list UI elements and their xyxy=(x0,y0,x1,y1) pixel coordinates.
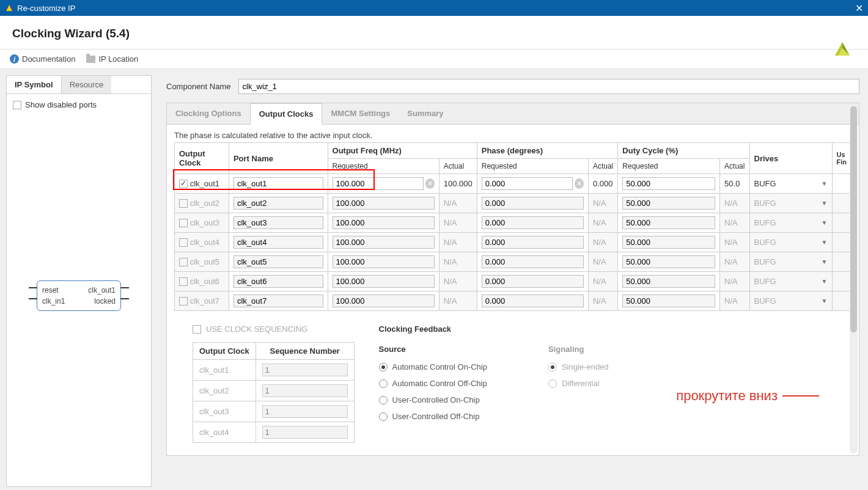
seq-row: clk_out2 xyxy=(193,381,355,401)
tab-resource[interactable]: Resource xyxy=(62,76,112,93)
use-clock-sequencing-checkbox[interactable]: USE CLOCK SEQUENCING xyxy=(193,324,355,334)
port-locked: locked xyxy=(94,296,116,307)
freq-actual: N/A xyxy=(439,272,477,291)
enable-checkbox[interactable] xyxy=(179,238,188,247)
col-freq: Output Freq (MHz) xyxy=(328,143,477,159)
seq-clock-name: clk_out3 xyxy=(193,401,256,422)
clock-name: clk_out1 xyxy=(190,179,219,188)
toolbar: i Documentation IP Location xyxy=(0,49,868,69)
duty-requested-input[interactable] xyxy=(622,236,715,249)
drives-select[interactable]: BUFG▼ xyxy=(754,257,828,266)
scrollbar[interactable] xyxy=(850,105,858,453)
tab-clocking-options[interactable]: Clocking Options xyxy=(167,103,250,124)
show-disabled-ports-checkbox[interactable]: Show disabled ports xyxy=(13,100,145,109)
duty-requested-input[interactable] xyxy=(622,177,715,190)
ip-location-link[interactable]: IP Location xyxy=(86,54,138,64)
freq-requested-input[interactable] xyxy=(333,216,435,229)
enable-checkbox[interactable] xyxy=(179,297,188,305)
enable-checkbox[interactable] xyxy=(179,199,188,208)
radio-label: Automatic Control On-Chip xyxy=(392,362,487,371)
phase-requested-input[interactable] xyxy=(482,197,584,210)
enable-checkbox[interactable] xyxy=(179,277,188,286)
freq-requested-input[interactable] xyxy=(333,236,435,249)
port-clkout1: clk_out1 xyxy=(88,285,116,296)
freq-requested-input[interactable] xyxy=(333,294,435,307)
freq-requested-input[interactable] xyxy=(333,177,424,190)
drives-select[interactable]: BUFG▼ xyxy=(754,277,828,286)
port-name-input[interactable] xyxy=(234,294,323,307)
clock-name: clk_out4 xyxy=(190,238,219,247)
col-duty-act: Actual xyxy=(720,159,749,174)
output-clocks-table: Output Clock Port Name Output Freq (MHz)… xyxy=(174,142,851,311)
component-name-label: Component Name xyxy=(166,82,231,91)
port-reset: reset xyxy=(42,285,59,296)
tab-summary[interactable]: Summary xyxy=(399,103,452,124)
port-name-input[interactable] xyxy=(234,275,323,288)
clock-name: clk_out3 xyxy=(190,218,219,227)
freq-requested-input[interactable] xyxy=(333,197,435,210)
documentation-link[interactable]: i Documentation xyxy=(10,54,75,64)
enable-checkbox[interactable] xyxy=(179,258,188,266)
duty-requested-input[interactable] xyxy=(622,216,715,229)
folder-icon xyxy=(86,56,95,63)
drives-select[interactable]: BUFG▼ xyxy=(754,218,828,227)
drives-select[interactable]: BUFG▼ xyxy=(754,199,828,208)
drives-select[interactable]: BUFG▼ xyxy=(754,179,828,188)
clock-name: clk_out2 xyxy=(190,199,219,208)
table-row: clk_out2N/AN/AN/ABUFG▼ xyxy=(175,194,851,213)
radio-icon xyxy=(379,379,388,388)
source-radio[interactable]: User-Controlled Off-Chip xyxy=(379,412,487,421)
port-name-input[interactable] xyxy=(234,255,323,268)
col-port-name: Port Name xyxy=(229,143,328,174)
port-name-input[interactable] xyxy=(234,216,323,229)
freq-requested-input[interactable] xyxy=(333,275,435,288)
source-radio[interactable]: User-Controlled On-Chip xyxy=(379,395,487,404)
phase-requested-input[interactable] xyxy=(482,275,584,288)
clocking-feedback-title: Clocking Feedback xyxy=(379,324,844,334)
freq-actual: N/A xyxy=(439,233,477,252)
duty-requested-input[interactable] xyxy=(622,294,715,307)
clear-icon[interactable]: ✕ xyxy=(425,178,435,189)
port-name-input[interactable] xyxy=(234,236,323,249)
drives-select[interactable]: BUFG▼ xyxy=(754,296,828,305)
tab-ip-symbol[interactable]: IP Symbol xyxy=(7,76,62,93)
seq-row: clk_out4 xyxy=(193,422,355,443)
feedback-signaling-heading: Signaling xyxy=(548,345,609,354)
ip-location-label: IP Location xyxy=(98,54,138,64)
duty-requested-input[interactable] xyxy=(622,275,715,288)
seq-row: clk_out1 xyxy=(193,360,355,381)
close-icon[interactable]: ✕ xyxy=(855,2,863,14)
duty-requested-input[interactable] xyxy=(622,197,715,210)
tab-mmcm-settings[interactable]: MMCM Settings xyxy=(322,103,399,124)
port-name-input[interactable] xyxy=(234,197,323,210)
chevron-down-icon: ▼ xyxy=(822,219,828,226)
col-freq-req: Requested xyxy=(328,159,439,174)
page-title: Clocking Wizard (5.4) xyxy=(12,27,856,40)
col-phase: Phase (degrees) xyxy=(477,143,618,159)
duty-actual: N/A xyxy=(720,252,749,272)
enable-checkbox[interactable] xyxy=(179,180,188,188)
table-row: clk_out6N/AN/AN/ABUFG▼ xyxy=(175,272,851,291)
source-radio[interactable]: Automatic Control On-Chip xyxy=(379,362,487,371)
phase-requested-input[interactable] xyxy=(482,216,584,229)
chevron-down-icon: ▼ xyxy=(822,180,828,187)
table-row: clk_out3N/AN/AN/ABUFG▼ xyxy=(175,213,851,233)
phase-requested-input[interactable] xyxy=(482,294,584,307)
scrollbar-thumb[interactable] xyxy=(850,106,857,332)
freq-requested-input[interactable] xyxy=(333,255,435,268)
source-radio[interactable]: Automatic Control Off-Chip xyxy=(379,379,487,388)
seq-clock-name: clk_out2 xyxy=(193,381,256,401)
enable-checkbox[interactable] xyxy=(179,219,188,227)
phase-actual: N/A xyxy=(588,272,617,291)
duty-requested-input[interactable] xyxy=(622,255,715,268)
drives-select[interactable]: BUFG▼ xyxy=(754,238,828,247)
phase-requested-input[interactable] xyxy=(482,236,584,249)
clear-icon[interactable]: ✕ xyxy=(575,178,584,189)
component-name-input[interactable] xyxy=(238,79,860,94)
port-name-input[interactable] xyxy=(234,177,323,190)
col-phase-act: Actual xyxy=(588,159,617,174)
phase-requested-input[interactable] xyxy=(482,177,573,190)
col-output-clock: Output Clock xyxy=(175,143,229,174)
tab-output-clocks[interactable]: Output Clocks xyxy=(250,103,323,125)
phase-requested-input[interactable] xyxy=(482,255,584,268)
